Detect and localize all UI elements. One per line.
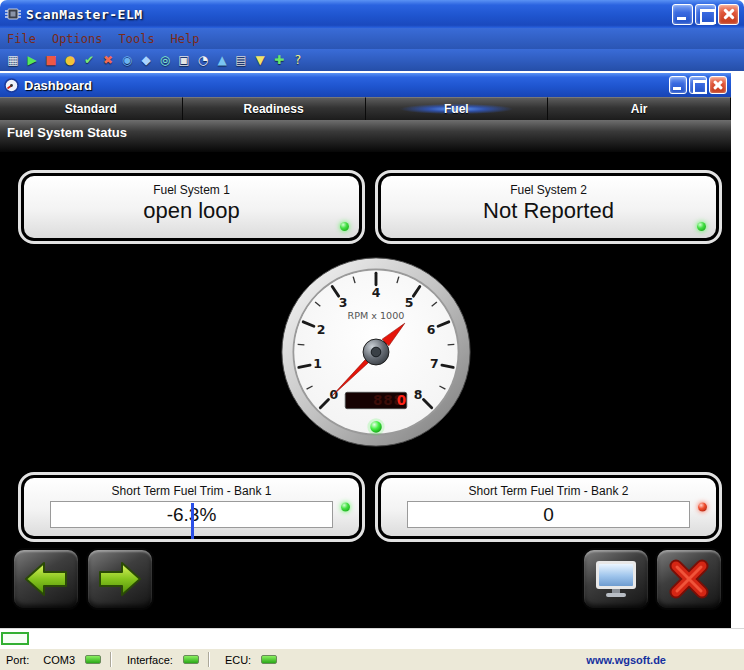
svg-text:7: 7	[430, 356, 439, 371]
fuel-system-1-panel: Fuel System 1 open loop	[18, 170, 365, 244]
value-box: -6.3%	[50, 501, 333, 528]
o2-test-icon[interactable]: ◎	[157, 52, 173, 68]
save-icon[interactable]: ▼	[252, 52, 268, 68]
print-icon[interactable]: ▤	[233, 52, 249, 68]
tab-air[interactable]: Air	[548, 97, 731, 120]
panel-value: open loop	[143, 198, 240, 224]
ecu-led	[261, 655, 277, 664]
statusbar-divider	[110, 652, 112, 667]
svg-text:2: 2	[317, 322, 326, 337]
gauge-lcd: 888 0	[345, 392, 407, 408]
interface-led	[183, 655, 199, 664]
rpm-gauge: 0 1 2 3 4 5 6 7 8 RPM x 1000 888 0	[280, 256, 472, 448]
dashboard-window-icon	[4, 78, 19, 93]
app-chip-icon	[5, 6, 21, 22]
read-codes-icon[interactable]: ✔	[81, 52, 97, 68]
scanmaster-window: ScanMaster-ELM File Options Tools Help ▦…	[0, 0, 744, 670]
lcd-value: 0	[397, 393, 407, 408]
status-led-green	[341, 503, 350, 512]
port-value: COM3	[43, 654, 75, 666]
clear-codes-icon[interactable]: ✖	[100, 52, 116, 68]
live-data-icon[interactable]: ◉	[119, 52, 135, 68]
help-icon[interactable]: ?	[290, 52, 306, 68]
connect-icon[interactable]: ▶	[24, 52, 40, 68]
tab-fuel[interactable]: Fuel	[366, 97, 549, 120]
panel-title: Fuel System 1	[153, 183, 230, 197]
arrow-left-icon	[24, 561, 68, 597]
main-titlebar[interactable]: ScanMaster-ELM	[0, 0, 744, 28]
stft-bank-1-panel: Short Term Fuel Trim - Bank 1 -6.3%	[18, 472, 365, 542]
panel-title: Short Term Fuel Trim - Bank 2	[469, 484, 629, 498]
gauge-status-led	[370, 421, 382, 433]
ecu-label: ECU:	[225, 654, 251, 666]
toolbar-icons: ▦▶■●✔✖◉◆◎▣◔▲▤▼✚?	[0, 49, 744, 71]
dashboard-icon[interactable]: ◔	[195, 52, 211, 68]
statusbar: Port: COM3 Interface: ECU: www.wgsoft.de	[0, 648, 744, 670]
reset-icon[interactable]: ●	[62, 52, 78, 68]
tab-bar: Standard Readiness Fuel Air	[0, 97, 731, 120]
progress-indicator	[1, 632, 29, 645]
svg-text:6: 6	[427, 322, 436, 337]
dashboard-titlebar[interactable]: Dashboard	[0, 73, 731, 97]
stft-bank-2-panel: Short Term Fuel Trim - Bank 2 0	[375, 472, 722, 542]
panel-value: 0	[543, 504, 554, 526]
window-controls	[672, 4, 739, 25]
status-led-green	[340, 222, 349, 231]
fuel-system-2-panel: Fuel System 2 Not Reported	[375, 170, 722, 244]
panel-value: Not Reported	[483, 198, 614, 224]
svg-text:3: 3	[339, 295, 348, 310]
graph-icon[interactable]: ▲	[214, 52, 230, 68]
close-dashboard-button[interactable]	[657, 550, 721, 608]
website-link[interactable]: www.wgsoft.de	[586, 654, 666, 666]
value-caret	[191, 503, 194, 539]
dashboard-window-controls	[669, 76, 727, 94]
red-x-icon	[666, 559, 712, 599]
freeze-frame-icon[interactable]: ◆	[138, 52, 154, 68]
window-title: ScanMaster-ELM	[26, 7, 143, 22]
arrow-right-icon	[98, 561, 142, 597]
chip-icon[interactable]: ▦	[5, 52, 21, 68]
panel-title: Short Term Fuel Trim - Bank 1	[112, 484, 272, 498]
statusbar-divider	[208, 652, 210, 667]
port-led	[85, 655, 101, 664]
value-box: 0	[407, 501, 690, 528]
svg-text:4: 4	[372, 285, 381, 300]
maximize-button[interactable]	[695, 4, 716, 25]
menu-options[interactable]: Options	[52, 32, 103, 46]
next-page-button[interactable]	[88, 550, 152, 608]
dashboard-minimize-button[interactable]	[669, 76, 687, 94]
tab-label: Fuel	[444, 102, 469, 116]
menubar: File Options Tools Help	[0, 28, 744, 49]
minimize-button[interactable]	[672, 4, 693, 25]
info-icon[interactable]: ✚	[271, 52, 287, 68]
port-label: Port:	[6, 654, 29, 666]
progress-strip	[0, 628, 744, 648]
section-title: Fuel System Status	[0, 120, 731, 152]
fullscreen-monitor-button[interactable]	[584, 550, 648, 608]
interface-label: Interface:	[127, 654, 173, 666]
status-led-green	[697, 222, 706, 231]
menu-tools[interactable]: Tools	[118, 32, 154, 46]
tab-standard[interactable]: Standard	[0, 97, 183, 120]
svg-text:1: 1	[313, 356, 322, 371]
dashboard-title: Dashboard	[24, 78, 92, 93]
tab-label: Readiness	[244, 102, 304, 116]
close-button[interactable]	[718, 4, 739, 25]
status-led-red	[698, 503, 707, 512]
disconnect-icon[interactable]: ■	[43, 52, 59, 68]
monitor-test-icon[interactable]: ▣	[176, 52, 192, 68]
dashboard-close-button[interactable]	[709, 76, 727, 94]
menu-help[interactable]: Help	[171, 32, 200, 46]
menu-file[interactable]: File	[7, 32, 36, 46]
monitor-icon	[593, 559, 639, 599]
svg-text:5: 5	[405, 295, 414, 310]
panel-title: Fuel System 2	[510, 183, 587, 197]
tab-label: Air	[631, 102, 648, 116]
svg-text:8: 8	[414, 387, 423, 402]
gauge-unit-label: RPM x 1000	[348, 310, 405, 321]
dashboard-content: Fuel System 1 open loop Fuel System 2 No…	[0, 152, 731, 628]
previous-page-button[interactable]	[14, 550, 78, 608]
tab-readiness[interactable]: Readiness	[183, 97, 366, 120]
tab-label: Standard	[65, 102, 117, 116]
dashboard-maximize-button[interactable]	[689, 76, 707, 94]
